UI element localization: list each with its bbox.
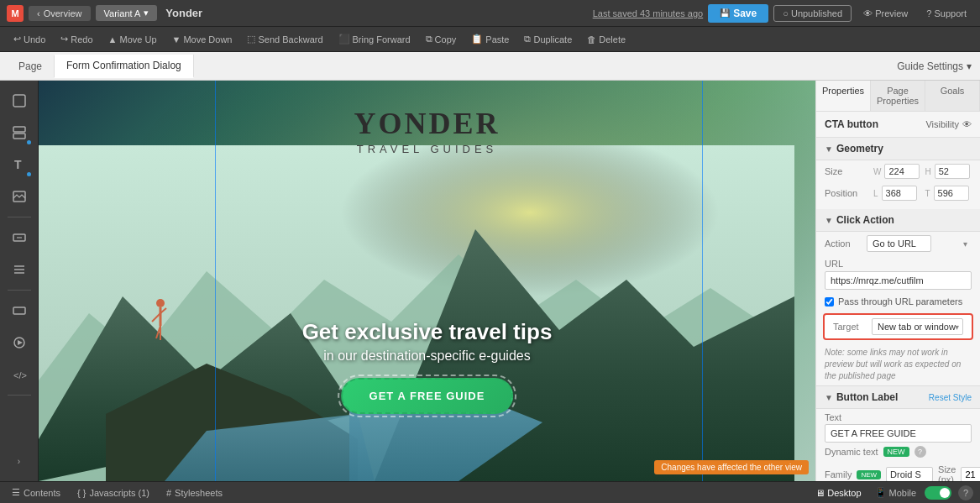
sidebar-tool-block[interactable] [4, 296, 34, 326]
cta-button-wrap[interactable]: GET A FREE GUIDE [341, 378, 514, 414]
help-button[interactable]: ? [958, 485, 973, 500]
javascripts-label: Javascripts (1) [89, 488, 149, 498]
move-down-button[interactable]: ▼ Move Down [165, 32, 239, 47]
tab-goals[interactable]: Goals [925, 81, 980, 111]
canvas-area[interactable]: YONDER TRAVEL GUIDES Get exclusive trave… [39, 81, 815, 481]
pass-through-row: Pass through URL parameters [816, 293, 980, 310]
bottom-tab-javascripts[interactable]: { } Javascripts (1) [72, 486, 155, 500]
overview-button[interactable]: ‹ Overview [29, 6, 91, 21]
tab-page[interactable]: Page [7, 55, 55, 77]
redo-label: Redo [71, 34, 92, 45]
duplicate-button[interactable]: ⧉ Duplicate [517, 31, 579, 47]
paste-button[interactable]: 📋 Paste [464, 31, 516, 47]
sidebar-tool-play[interactable] [4, 327, 34, 358]
width-letter: W [873, 167, 881, 176]
mobile-button[interactable]: 📱 Mobile [870, 485, 921, 500]
preview-label: Preview [875, 8, 908, 18]
action-label: Action [825, 238, 862, 249]
preview-button[interactable]: 👁 Preview [857, 6, 914, 21]
cta-title: CTA button [825, 118, 878, 130]
toolbar: ↩ Undo ↪ Redo ▲ Move Up ▼ Move Down ⬚ Se… [0, 27, 980, 52]
save-button[interactable]: 💾 Save [708, 4, 768, 23]
sidebar-tool-select[interactable] [4, 86, 34, 116]
bottom-bar: ☰ Contents { } Javascripts (1) # Stylesh… [0, 481, 980, 503]
collapse-arrow: ▼ [825, 144, 833, 154]
text-input[interactable] [825, 424, 972, 443]
url-input[interactable] [825, 271, 972, 290]
sidebar-tool-section[interactable] [4, 118, 34, 148]
redo-button[interactable]: ↪ Redo [54, 31, 99, 47]
undo-button[interactable]: ↩ Undo [7, 31, 52, 47]
bottom-tab-contents[interactable]: ☰ Contents [7, 485, 66, 500]
sidebar-tool-text[interactable]: T [4, 149, 34, 180]
unpublished-button[interactable]: ○ Unpublished [773, 5, 852, 22]
svg-rect-0 [13, 95, 25, 107]
tab-properties[interactable]: Properties [816, 81, 871, 111]
sidebar-tool-arrow[interactable]: › [4, 446, 34, 476]
send-backward-button[interactable]: ⬚ Send Backward [240, 31, 329, 47]
bring-forward-button[interactable]: ⬛ Bring Forward [332, 31, 417, 47]
redo-icon: ↪ [60, 34, 68, 45]
mobile-toggle[interactable] [925, 486, 951, 500]
reset-style-link[interactable]: Reset Style [929, 393, 972, 402]
desktop-button[interactable]: 🖥 Desktop [810, 486, 866, 500]
target-select[interactable]: New tab or window Same window Popup [872, 318, 963, 335]
guide-settings-label: Guide Settings [897, 60, 963, 72]
paste-icon: 📋 [471, 34, 483, 45]
chevron-left-icon: ‹ [37, 8, 40, 18]
height-input-group: H [925, 164, 972, 179]
move-up-label: Move Up [119, 34, 156, 45]
tab-form[interactable]: Form Confirmation Dialog [55, 55, 194, 78]
action-select[interactable]: Go to URL Open Popup Submit Form None [867, 235, 931, 252]
tab-page-properties[interactable]: Page Properties [871, 81, 925, 111]
position-label: Position [825, 188, 868, 198]
pass-through-checkbox[interactable] [825, 297, 834, 307]
geometry-section-header[interactable]: ▼ Geometry [816, 138, 980, 160]
target-label: Target [833, 322, 867, 332]
visibility-row[interactable]: Visibility 👁 [925, 119, 972, 129]
copy-button[interactable]: ⧉ Copy [419, 31, 464, 47]
last-saved-text[interactable]: Last saved 43 minutes ago [593, 8, 703, 18]
sidebar-tool-code[interactable]: </> [4, 359, 34, 390]
left-letter: L [873, 189, 878, 198]
width-input[interactable] [884, 164, 920, 179]
height-input[interactable] [935, 164, 970, 179]
copy-icon: ⧉ [426, 34, 432, 45]
eye-icon: 👁 [962, 119, 972, 129]
circle-icon: ○ [783, 8, 789, 18]
svg-rect-1 [13, 127, 25, 132]
mobile-label: Mobile [889, 488, 916, 498]
target-select-wrap: New tab or window Same window Popup [872, 318, 963, 335]
size-row: Size W H [816, 160, 980, 182]
sidebar-tool-widget[interactable] [4, 223, 34, 253]
variant-button[interactable]: Variant A ▾ [96, 5, 158, 21]
chevron-down-icon: ▾ [967, 60, 972, 72]
bottom-tab-stylesheets[interactable]: # Stylesheets [161, 486, 228, 500]
sidebar-tool-image[interactable] [4, 181, 34, 212]
click-action-section-header[interactable]: ▼ Click Action [816, 209, 980, 232]
move-up-button[interactable]: ▲ Move Up [102, 32, 164, 47]
panel-tabs: Properties Page Properties Goals [816, 81, 980, 112]
guide-settings-button[interactable]: Guide Settings ▾ [897, 60, 972, 72]
undo-icon: ↩ [13, 34, 21, 45]
top-input[interactable] [934, 186, 969, 201]
collapse-arrow3: ▼ [825, 393, 833, 402]
sidebar-tool-list[interactable] [4, 254, 34, 285]
button-label-section-header[interactable]: ▼ Button Label Reset Style [816, 385, 980, 409]
dynamic-help-icon[interactable]: ? [914, 446, 926, 458]
down-icon: ▼ [172, 34, 181, 45]
delete-button[interactable]: 🗑 Delete [580, 32, 632, 47]
font-input[interactable] [886, 467, 933, 481]
support-button[interactable]: ? Support [920, 6, 973, 21]
dynamic-tag: NEW [883, 447, 909, 457]
left-input[interactable] [882, 186, 917, 201]
text-label: Text [816, 409, 980, 424]
size-px-input[interactable] [961, 467, 980, 481]
css-icon: # [166, 488, 171, 498]
undo-label: Undo [24, 34, 45, 45]
svg-rect-10 [13, 307, 25, 314]
canvas-cta-area: Get exclusive travel tips in our destina… [302, 319, 553, 364]
cta-button[interactable]: GET A FREE GUIDE [341, 378, 514, 414]
svg-marker-12 [18, 340, 23, 345]
unpublished-label: Unpublished [791, 8, 842, 18]
